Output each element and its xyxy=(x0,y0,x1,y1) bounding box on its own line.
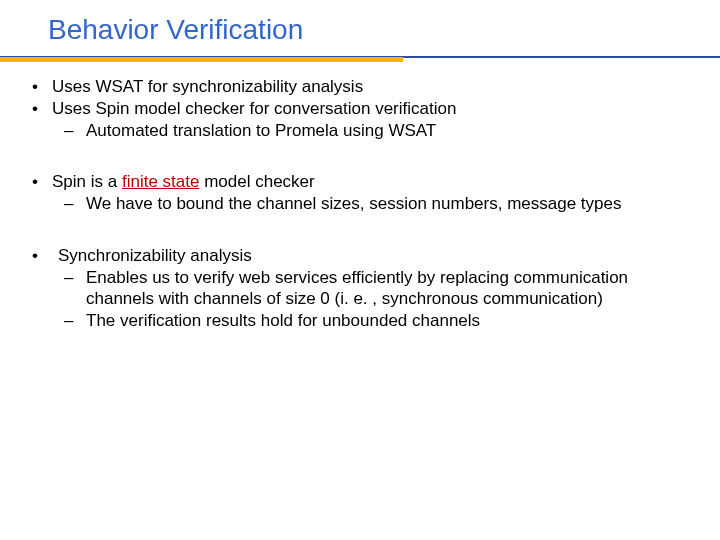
bullet-text: Uses WSAT for synchronizability analysis xyxy=(52,76,680,98)
sub-bullet-text: Automated translation to Promela using W… xyxy=(86,120,680,142)
bullet-item: • Uses Spin model checker for conversati… xyxy=(26,98,680,120)
sub-bullet-item: – Automated translation to Promela using… xyxy=(26,120,680,142)
bullet-block: • Uses WSAT for synchronizability analys… xyxy=(26,76,680,141)
slide-title: Behavior Verification xyxy=(48,14,720,46)
bullet-mark: • xyxy=(26,171,52,193)
bullet-text: Uses Spin model checker for conversation… xyxy=(52,98,680,120)
text-post: model checker xyxy=(199,172,314,191)
bullet-block: • Spin is a finite state model checker –… xyxy=(26,171,680,215)
bullet-item: • Synchronizability analysis xyxy=(26,245,680,267)
bullet-item: • Uses WSAT for synchronizability analys… xyxy=(26,76,680,98)
bullet-mark: • xyxy=(26,98,52,120)
bullet-text: Synchronizability analysis xyxy=(52,245,680,267)
bullet-mark: • xyxy=(26,245,52,267)
sub-bullet-text: The verification results hold for unboun… xyxy=(86,310,680,332)
bullet-block: • Synchronizability analysis – Enables u… xyxy=(26,245,680,332)
dash-mark: – xyxy=(64,267,86,311)
sub-bullet-text: Enables us to verify web services effici… xyxy=(86,267,680,311)
sub-bullet-item: – The verification results hold for unbo… xyxy=(26,310,680,332)
text-pre: Spin is a xyxy=(52,172,122,191)
dash-mark: – xyxy=(64,120,86,142)
emphasis-text: finite state xyxy=(122,172,200,191)
sub-bullet-item: – We have to bound the channel sizes, se… xyxy=(26,193,680,215)
dash-mark: – xyxy=(64,310,86,332)
bullet-text: Spin is a finite state model checker xyxy=(52,171,680,193)
bullet-mark: • xyxy=(26,76,52,98)
slide-body: • Uses WSAT for synchronizability analys… xyxy=(0,62,720,332)
dash-mark: – xyxy=(64,193,86,215)
sub-bullet-item: – Enables us to verify web services effi… xyxy=(26,267,680,311)
sub-bullet-text: We have to bound the channel sizes, sess… xyxy=(86,193,680,215)
bullet-item: • Spin is a finite state model checker xyxy=(26,171,680,193)
